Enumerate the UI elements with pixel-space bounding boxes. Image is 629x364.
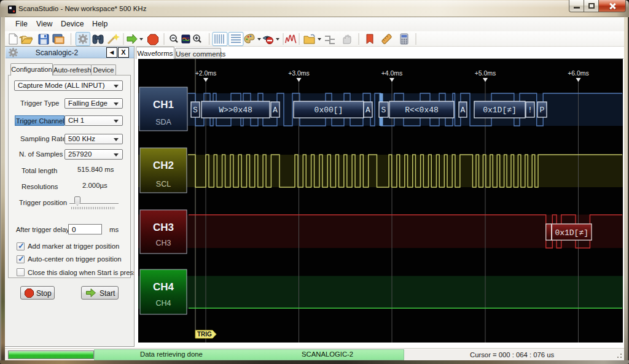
svg-text:P: P bbox=[540, 106, 545, 115]
svg-text:CH4: CH4 bbox=[155, 299, 171, 308]
svg-text:+4.0ms: +4.0ms bbox=[381, 69, 403, 77]
svg-text:+6.0ms: +6.0ms bbox=[568, 69, 589, 77]
svg-text:+5.0ms: +5.0ms bbox=[475, 69, 496, 77]
svg-text:CH4: CH4 bbox=[153, 281, 174, 293]
svg-text:CH3: CH3 bbox=[155, 239, 171, 247]
svg-text:CH1: CH1 bbox=[153, 99, 174, 110]
svg-text:S: S bbox=[381, 106, 386, 115]
svg-text:+2.0ms: +2.0ms bbox=[195, 69, 217, 77]
svg-text:SCL: SCL bbox=[156, 180, 171, 188]
svg-text:R<<0x48: R<<0x48 bbox=[405, 106, 439, 115]
svg-text:TRIG: TRIG bbox=[197, 331, 212, 338]
svg-text:SDA: SDA bbox=[155, 118, 171, 126]
svg-text:0x1D[≠]: 0x1D[≠] bbox=[483, 106, 517, 115]
svg-text:!: ! bbox=[528, 106, 533, 115]
svg-text:CH3: CH3 bbox=[153, 222, 174, 233]
svg-text:W>>0x48: W>>0x48 bbox=[219, 106, 252, 115]
svg-text:A: A bbox=[461, 106, 466, 115]
svg-text:A: A bbox=[273, 106, 278, 115]
svg-text:+3.0ms: +3.0ms bbox=[288, 69, 310, 77]
svg-text:0x00[]: 0x00[] bbox=[314, 106, 343, 115]
svg-text:0x1D[≠]: 0x1D[≠] bbox=[555, 228, 588, 238]
svg-text:S: S bbox=[193, 106, 198, 115]
svg-text:CH2: CH2 bbox=[153, 160, 174, 171]
svg-text:A: A bbox=[365, 106, 370, 115]
